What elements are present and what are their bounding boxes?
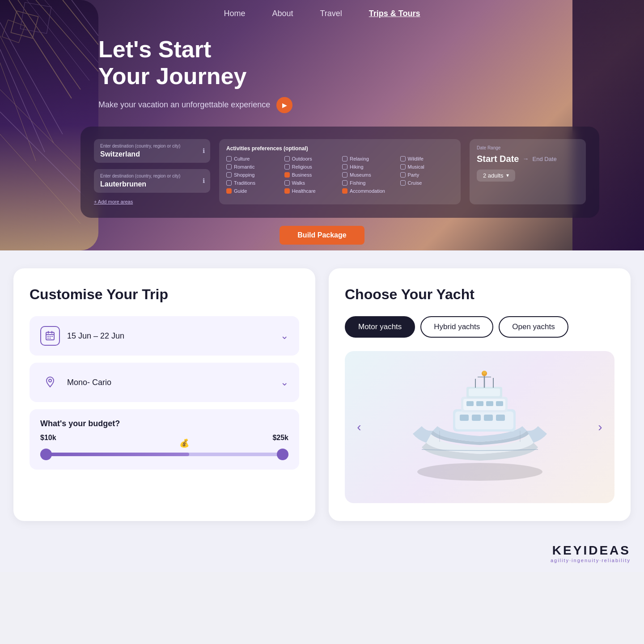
activity-guide[interactable]: Guide: [226, 188, 280, 194]
slider-fill: [40, 453, 189, 456]
hero-section: Home About Travel Trips & Tours Let's St…: [0, 0, 644, 250]
slider-thumb-right[interactable]: [277, 449, 288, 460]
nav-about[interactable]: About: [272, 9, 293, 18]
customise-title: Customise Your Trip: [30, 286, 299, 303]
adults-chevron-icon: ▾: [506, 172, 509, 178]
activity-outdoors[interactable]: Outdoors: [284, 156, 338, 161]
activity-hiking[interactable]: Hiking: [342, 164, 396, 169]
hero-title: Let's Start Your Journey: [98, 36, 644, 90]
date-arrow-icon: →: [522, 155, 529, 162]
build-button-container: Build Package: [0, 226, 644, 245]
bottom-section: Customise Your Trip: [0, 250, 644, 539]
activity-walks[interactable]: Walks: [284, 180, 338, 186]
svg-rect-25: [50, 338, 51, 339]
activity-museums[interactable]: Museums: [342, 172, 396, 178]
activities-grid: Culture Outdoors Relaxing Wildlife Roman…: [226, 156, 453, 194]
activity-accommodation[interactable]: Accommodation: [342, 188, 396, 194]
svg-rect-38: [486, 401, 493, 406]
budget-range: $10k $25k: [40, 434, 288, 442]
svg-rect-37: [476, 401, 483, 406]
activities-panel: Activities preferences (optional) Cultur…: [219, 139, 461, 204]
tab-hybrid-yachts[interactable]: Hybrid yachts: [420, 316, 493, 338]
svg-rect-30: [460, 415, 469, 421]
destination1-input[interactable]: Enter destination (country, region or ci…: [94, 139, 210, 163]
svg-rect-36: [466, 401, 474, 406]
tab-motor-yachts[interactable]: Motor yachts: [345, 316, 415, 338]
budget-slider[interactable]: 💰: [40, 449, 288, 460]
yacht-carousel: ‹: [345, 351, 614, 503]
main-nav: Home About Travel Trips & Tours: [0, 0, 644, 27]
adults-selector[interactable]: 2 adults ▾: [477, 169, 579, 182]
svg-rect-33: [496, 415, 505, 421]
svg-rect-23: [51, 336, 53, 337]
yacht-tabs: Motor yachts Hybrid yachts Open yachts: [345, 316, 614, 338]
activity-religious[interactable]: Religious: [284, 164, 338, 169]
budget-section: What's your budget? $10k $25k 💰: [30, 409, 299, 470]
yacht-card: Choose Your Yacht Motor yachts Hybrid ya…: [329, 268, 631, 521]
info-icon2: ℹ: [203, 177, 205, 184]
svg-point-45: [483, 371, 486, 374]
svg-point-26: [49, 379, 51, 382]
location-row[interactable]: Mono- Cario ⌄: [30, 363, 299, 402]
activity-musical[interactable]: Musical: [400, 164, 454, 169]
play-button[interactable]: ▶: [276, 97, 292, 113]
svg-rect-32: [484, 415, 493, 421]
svg-rect-22: [50, 336, 51, 337]
date-row: Start Date → End Date: [477, 154, 579, 164]
nav-travel[interactable]: Travel: [320, 9, 342, 18]
add-destination-link[interactable]: + Add more areas: [94, 199, 210, 204]
carousel-next-button[interactable]: ›: [590, 417, 610, 437]
location-left: Mono- Cario: [40, 373, 111, 392]
tab-open-yachts[interactable]: Open yachts: [499, 316, 568, 338]
nav-home[interactable]: Home: [224, 9, 245, 18]
activity-cruise[interactable]: Cruise: [400, 180, 454, 186]
activity-party[interactable]: Party: [400, 172, 454, 178]
activity-healthcare[interactable]: Healthcare: [284, 188, 338, 194]
activity-romantic[interactable]: Romantic: [226, 164, 280, 169]
svg-rect-31: [472, 415, 481, 421]
activity-wildlife[interactable]: Wildlife: [400, 156, 454, 161]
activity-shopping[interactable]: Shopping: [226, 172, 280, 178]
carousel-prev-button[interactable]: ‹: [349, 417, 369, 437]
svg-point-27: [417, 463, 542, 481]
search-card: Enter destination (country, region or ci…: [80, 127, 599, 218]
activity-culture[interactable]: Culture: [226, 156, 280, 161]
svg-rect-21: [47, 336, 49, 337]
activity-traditions[interactable]: Traditions: [226, 180, 280, 186]
location-pin-icon: [40, 373, 60, 392]
slider-emoji: 💰: [179, 438, 189, 448]
slider-thumb-left[interactable]: [40, 449, 52, 460]
activity-relaxing[interactable]: Relaxing: [342, 156, 396, 161]
nav-trips-tours[interactable]: Trips & Tours: [369, 9, 420, 18]
activity-business[interactable]: Business: [284, 172, 338, 178]
hero-content: Let's Start Your Journey Make your vacat…: [0, 27, 644, 127]
date-picker-row[interactable]: 15 Jun – 22 Jun ⌄: [30, 316, 299, 356]
activity-fishing[interactable]: Fishing: [342, 180, 396, 186]
yacht-title: Choose Your Yacht: [345, 286, 614, 303]
svg-line-16: [0, 134, 80, 224]
date-picker-left: 15 Jun – 22 Jun: [40, 326, 124, 346]
build-package-button[interactable]: Build Package: [280, 226, 364, 245]
footer-brand: KEYIDEAS agility·ingenuity·reliability: [0, 539, 644, 572]
date-column: Date Range Start Date → End Date 2 adult…: [470, 139, 586, 204]
svg-rect-41: [469, 389, 500, 396]
customise-trip-card: Customise Your Trip: [13, 268, 315, 521]
destination-column: Enter destination (country, region or ci…: [94, 139, 210, 204]
calendar-icon: [40, 326, 60, 346]
svg-rect-24: [47, 338, 49, 339]
hero-subtitle: Make your vacation an unforgettable expe…: [98, 97, 644, 113]
date-chevron-icon: ⌄: [280, 330, 288, 342]
svg-rect-39: [496, 401, 503, 406]
info-icon1: ℹ: [203, 147, 205, 154]
location-chevron-icon: ⌄: [280, 377, 288, 388]
destination2-input[interactable]: Enter destination (country, region or ci…: [94, 169, 210, 193]
yacht-illustration: [395, 364, 565, 490]
